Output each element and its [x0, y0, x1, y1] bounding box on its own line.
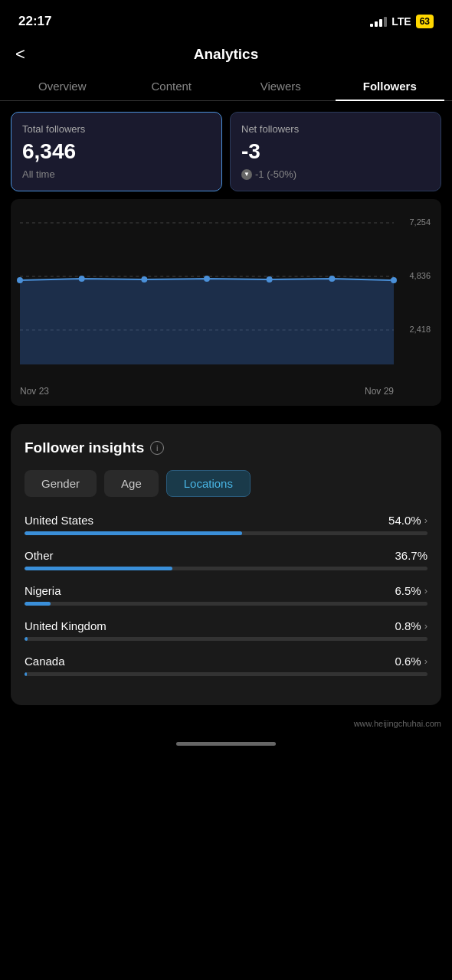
net-followers-label: Net followers	[241, 123, 430, 135]
svg-point-9	[329, 276, 335, 282]
svg-point-4	[17, 277, 23, 283]
progress-bg-us	[25, 531, 427, 535]
status-time: 22:17	[18, 14, 51, 29]
location-name-uk: United Kingdom	[25, 619, 106, 632]
total-followers-value: 6,346	[22, 139, 211, 164]
tab-viewers[interactable]: Viewers	[226, 72, 336, 100]
net-followers-card: Net followers -3 ▼ -1 (-50%)	[230, 112, 441, 191]
chevron-icon-us: ›	[424, 514, 427, 526]
tab-content[interactable]: Content	[117, 72, 227, 100]
status-icons: LTE 63	[370, 15, 434, 28]
chart-container: 7,254 4,836 2,418 Nov 23 Nov 29	[11, 199, 441, 406]
net-followers-value: -3	[241, 139, 430, 164]
insights-header: Follower insights i	[25, 439, 427, 456]
location-name-other: Other	[25, 549, 54, 562]
progress-bg-nigeria	[25, 602, 427, 606]
net-followers-change: ▼ -1 (-50%)	[241, 168, 430, 180]
total-followers-card: Total followers 6,346 All time	[11, 112, 222, 191]
chevron-icon-nigeria: ›	[424, 585, 427, 596]
back-button[interactable]: <	[15, 44, 25, 64]
stats-row: Total followers 6,346 All time Net follo…	[0, 101, 452, 199]
location-pct-other: 36.7%	[395, 549, 427, 562]
chart-x-label-start: Nov 23	[20, 386, 49, 397]
svg-point-7	[204, 276, 210, 282]
chart-svg	[20, 211, 394, 364]
progress-bg-uk	[25, 637, 427, 641]
chart-x-label-end: Nov 29	[365, 386, 394, 397]
progress-fill-us	[25, 531, 242, 535]
chart-y-label-mid: 4,836	[409, 271, 431, 280]
progress-fill-uk	[25, 637, 28, 641]
location-item-us[interactable]: United States 54.0% ›	[25, 514, 427, 535]
progress-fill-canada	[25, 672, 27, 676]
watermark: www.heijingchuhai.com	[0, 713, 452, 734]
insights-section: Follower insights i Gender Age Locations…	[11, 424, 441, 705]
chart-x-labels: Nov 23 Nov 29	[20, 386, 394, 397]
locations-list: United States 54.0% › Other 36.7%	[25, 514, 427, 676]
total-followers-sub: All time	[22, 168, 211, 180]
chart-y-label-bot: 2,418	[409, 325, 431, 334]
location-item-uk[interactable]: United Kingdom 0.8% ›	[25, 619, 427, 641]
svg-point-10	[391, 277, 397, 283]
home-indicator	[0, 734, 452, 758]
progress-fill-nigeria	[25, 602, 51, 606]
svg-point-6	[141, 276, 147, 283]
filter-locations-button[interactable]: Locations	[166, 470, 251, 497]
location-pct-us: 54.0% ›	[388, 514, 427, 527]
net-followers-change-text: -1 (-50%)	[255, 168, 296, 180]
chart-y-label-top: 7,254	[409, 217, 431, 227]
svg-point-8	[267, 276, 273, 283]
svg-point-5	[79, 276, 85, 282]
page-title: Analytics	[194, 46, 258, 63]
insights-title: Follower insights	[25, 439, 144, 456]
header: < Analytics	[0, 40, 452, 72]
filter-buttons: Gender Age Locations	[25, 470, 427, 497]
location-name-us: United States	[25, 514, 93, 527]
home-bar	[176, 742, 276, 746]
location-name-nigeria: Nigeria	[25, 584, 61, 597]
location-item-nigeria[interactable]: Nigeria 6.5% ›	[25, 584, 427, 606]
location-pct-uk: 0.8% ›	[395, 619, 427, 632]
tab-bar: Overview Content Viewers Followers	[0, 72, 452, 101]
location-pct-canada: 0.6% ›	[395, 655, 427, 668]
battery-level: 63	[416, 15, 434, 28]
filter-age-button[interactable]: Age	[104, 470, 159, 497]
progress-bg-canada	[25, 672, 427, 676]
signal-bars-icon	[370, 16, 387, 27]
location-pct-nigeria: 6.5% ›	[395, 584, 427, 597]
info-icon[interactable]: i	[150, 441, 164, 455]
battery-container: 63	[416, 15, 434, 28]
status-bar: 22:17 LTE 63	[0, 0, 452, 40]
down-arrow-icon: ▼	[241, 169, 252, 180]
lte-label: LTE	[391, 15, 411, 28]
svg-marker-3	[20, 279, 394, 364]
chart-section: 7,254 4,836 2,418 Nov 23 Nov 29	[0, 199, 452, 416]
tab-overview[interactable]: Overview	[8, 72, 117, 100]
total-followers-label: Total followers	[22, 123, 211, 135]
chevron-icon-uk: ›	[424, 620, 427, 632]
tab-followers[interactable]: Followers	[336, 72, 445, 100]
location-name-canada: Canada	[25, 655, 65, 668]
location-item-other: Other 36.7%	[25, 549, 427, 570]
location-item-canada[interactable]: Canada 0.6% ›	[25, 655, 427, 676]
chevron-icon-canada: ›	[424, 655, 427, 667]
progress-fill-other	[25, 567, 172, 570]
progress-bg-other	[25, 567, 427, 570]
filter-gender-button[interactable]: Gender	[25, 470, 97, 497]
chart-area: 7,254 4,836 2,418	[20, 211, 394, 380]
